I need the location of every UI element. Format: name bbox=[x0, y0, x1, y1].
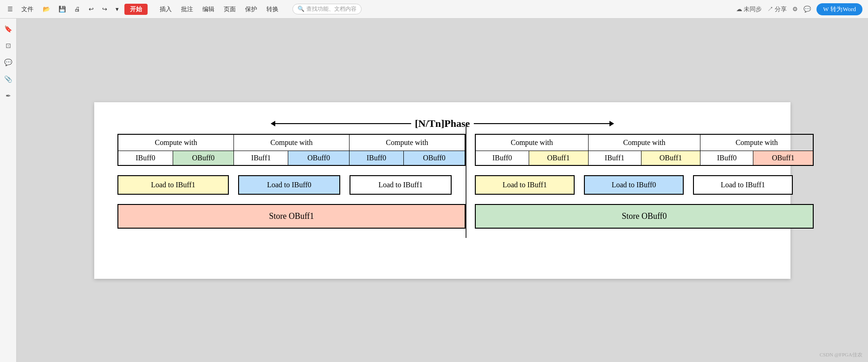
left-load-btn-2[interactable]: Load to IBuff0 bbox=[238, 175, 340, 195]
cell-obuff0-3: OBuff0 bbox=[403, 151, 465, 165]
search-placeholder: 查找功能、文档内容 bbox=[306, 5, 356, 13]
right-store-btn[interactable]: Store OBuff0 bbox=[475, 204, 814, 229]
left-store-row: Store OBuff1 bbox=[117, 204, 466, 229]
right-header-1: Compute with bbox=[475, 134, 588, 151]
print-icon[interactable]: 🖨 bbox=[71, 4, 84, 14]
scan-icon[interactable]: ⊡ bbox=[4, 41, 13, 50]
right-cell-obuff1-2: OBuff1 bbox=[641, 151, 700, 165]
phase-header: [N/Tn]Phase bbox=[117, 121, 767, 128]
menu-icon[interactable]: ☰ bbox=[4, 4, 17, 14]
main-content: [N/Tn]Phase Compute with Compute with Co… bbox=[17, 19, 868, 362]
insert-menu[interactable]: 插入 bbox=[157, 4, 175, 14]
comment-menu[interactable]: 批注 bbox=[178, 4, 196, 14]
table-data-row: IBuff0 OBuff0 IBuff1 OBuff0 IBuff0 OBuff… bbox=[118, 151, 465, 165]
right-store-row: Store OBuff0 bbox=[475, 204, 814, 229]
undo-icon[interactable]: ↩ bbox=[85, 4, 97, 14]
cell-obuff0-1: OBuff0 bbox=[173, 151, 233, 165]
message-icon[interactable]: 💬 bbox=[803, 6, 811, 13]
cell-obuff0-2: OBuff0 bbox=[288, 151, 349, 165]
right-cell-ibuff0-2: IBuff0 bbox=[700, 151, 753, 165]
sidebar: 🔖 ⊡ 💬 📎 ✒ bbox=[0, 19, 17, 362]
left-half: Compute with Compute with Compute with I… bbox=[117, 134, 466, 229]
right-compute-table: Compute with Compute with Compute with I… bbox=[475, 134, 814, 166]
redo-icon[interactable]: ↪ bbox=[98, 4, 111, 14]
cell-ibuff0-2: IBuff0 bbox=[349, 151, 403, 165]
sync-label[interactable]: ☁ 未同步 bbox=[736, 5, 762, 13]
left-header-3: Compute with bbox=[349, 134, 465, 151]
left-load-btn-1[interactable]: Load to IBuff1 bbox=[117, 175, 229, 195]
right-header-2: Compute with bbox=[588, 134, 700, 151]
start-btn[interactable]: 开始 bbox=[124, 4, 148, 15]
arrow-left-icon bbox=[271, 121, 275, 126]
right-load-btn-2[interactable]: Load to IBuff0 bbox=[584, 175, 684, 195]
toolbar-icons: 📂 💾 🖨 ↩ ↪ ▾ bbox=[39, 4, 123, 14]
save-icon[interactable]: 💾 bbox=[55, 4, 70, 14]
open-icon[interactable]: 📂 bbox=[39, 4, 54, 14]
doc-page: [N/Tn]Phase Compute with Compute with Co… bbox=[94, 102, 790, 279]
arrow-right-icon bbox=[609, 121, 614, 126]
phase-label: [N/Tn]Phase bbox=[411, 118, 474, 130]
page-menu[interactable]: 页面 bbox=[221, 4, 239, 14]
table-header-row: Compute with Compute with Compute with bbox=[118, 134, 465, 151]
search-icon: 🔍 bbox=[298, 6, 304, 13]
doc-body: Compute with Compute with Compute with I… bbox=[117, 134, 767, 229]
right-cell-ibuff0-1: IBuff0 bbox=[475, 151, 529, 165]
stamp-icon[interactable]: ✒ bbox=[4, 91, 13, 100]
right-header-3: Compute with bbox=[700, 134, 813, 151]
settings-icon[interactable]: ⚙ bbox=[792, 6, 798, 13]
right-load-btn-1[interactable]: Load to IBuff1 bbox=[475, 175, 575, 195]
right-load-btn-3[interactable]: Load to IBuff1 bbox=[693, 175, 793, 195]
right-cell-obuff1-3: OBuff1 bbox=[753, 151, 813, 165]
phase-arrow: [N/Tn]Phase bbox=[271, 121, 614, 126]
right-table-data-row: IBuff0 OBuff1 IBuff1 OBuff1 IBuff0 OBuff… bbox=[475, 151, 813, 165]
convert-word-label: 转为Word bbox=[830, 5, 856, 13]
cell-ibuff0-1: IBuff0 bbox=[118, 151, 173, 165]
toolbar-menu: 插入 批注 编辑 页面 保护 转换 bbox=[157, 4, 281, 14]
protect-menu[interactable]: 保护 bbox=[242, 4, 260, 14]
left-compute-table: Compute with Compute with Compute with I… bbox=[117, 134, 466, 166]
dropdown-icon[interactable]: ▾ bbox=[112, 4, 123, 14]
watermark: CSDN @FPGA佳农 bbox=[820, 351, 862, 358]
share-label[interactable]: ↗ 分享 bbox=[767, 5, 787, 13]
convert-word-icon: W bbox=[823, 6, 829, 13]
left-header-1: Compute with bbox=[118, 134, 234, 151]
convert-word-btn[interactable]: W 转为Word bbox=[816, 3, 862, 15]
cell-ibuff1-1: IBuff1 bbox=[234, 151, 288, 165]
left-store-btn[interactable]: Store OBuff1 bbox=[117, 204, 466, 229]
right-load-row: Load to IBuff1 Load to IBuff0 Load to IB… bbox=[475, 175, 814, 195]
file-menu-btn[interactable]: 文件 bbox=[18, 4, 37, 15]
toolbar: ☰ 文件 📂 💾 🖨 ↩ ↪ ▾ 开始 插入 批注 编辑 页面 保护 转换 🔍 … bbox=[0, 0, 868, 19]
toolbar-right: ☁ 未同步 ↗ 分享 ⚙ 💬 W 转为Word bbox=[736, 0, 862, 19]
convert-menu[interactable]: 转换 bbox=[264, 4, 281, 14]
bookmark-icon[interactable]: 🔖 bbox=[4, 24, 13, 33]
right-table-header-row: Compute with Compute with Compute with bbox=[475, 134, 813, 151]
attachment-icon[interactable]: 📎 bbox=[4, 74, 13, 84]
right-cell-obuff1-1: OBuff1 bbox=[529, 151, 588, 165]
left-load-btn-3[interactable]: Load to IBuff1 bbox=[350, 175, 452, 195]
right-cell-ibuff1-1: IBuff1 bbox=[588, 151, 641, 165]
vertical-divider bbox=[466, 125, 466, 238]
right-half: Compute with Compute with Compute with I… bbox=[466, 134, 814, 229]
edit-menu[interactable]: 编辑 bbox=[200, 4, 217, 14]
left-header-2: Compute with bbox=[234, 134, 350, 151]
left-load-row: Load to IBuff1 Load to IBuff0 Load to IB… bbox=[117, 175, 466, 195]
search-box[interactable]: 🔍 查找功能、文档内容 bbox=[292, 4, 362, 14]
toolbar-file-group: ☰ 文件 bbox=[4, 4, 37, 15]
comment-icon[interactable]: 💬 bbox=[4, 58, 13, 67]
